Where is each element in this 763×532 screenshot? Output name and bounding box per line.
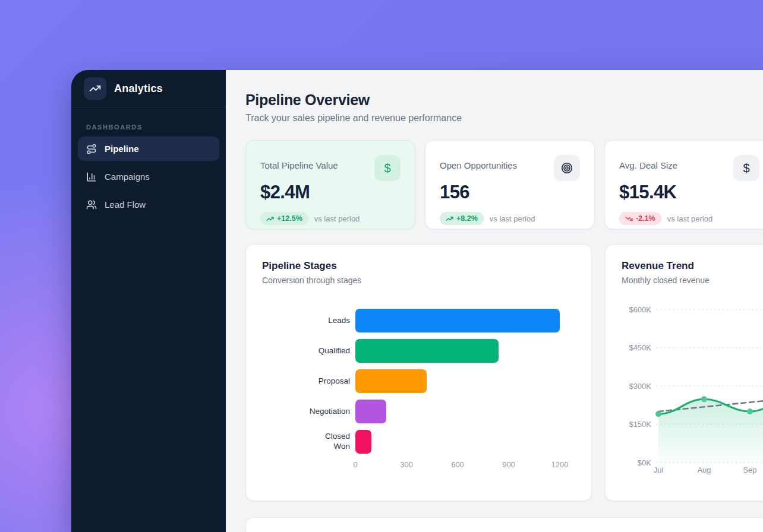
chart-title: Pipeline Stages <box>262 260 575 272</box>
bar-proposal[interactable] <box>355 369 427 393</box>
bar-row: Proposal <box>262 369 575 393</box>
bar-category-label: Leads <box>262 316 350 326</box>
x-axis: 03006009001200 <box>355 460 560 471</box>
kpi-label: Avg. Deal Size <box>619 155 677 170</box>
kpi-context: vs last period <box>667 214 713 223</box>
pipeline-stages-card: Pipeline Stages Conversion through stage… <box>245 244 592 501</box>
svg-text:Jul: Jul <box>654 466 664 474</box>
svg-text:Sep: Sep <box>743 466 756 474</box>
kpi-card-open-opportunities: Open Opportunities 156 +8.2% vs last per… <box>425 140 595 229</box>
kpi-label: Open Opportunities <box>440 155 517 170</box>
bar-row: Leads <box>262 309 575 332</box>
trending-down-icon <box>625 215 633 223</box>
kpi-label: Total Pipeline Value <box>260 155 338 170</box>
chart-subtitle: Conversion through stages <box>262 276 575 285</box>
change-badge: +12.5% <box>260 212 308 225</box>
kpi-row: Total Pipeline Value $ $2.4M +12.5% vs l… <box>245 140 763 229</box>
users-icon <box>86 200 97 210</box>
kpi-card-avg-deal-size: Avg. Deal Size $ $15.4K -2.1% vs last pe… <box>604 140 763 229</box>
svg-text:Aug: Aug <box>697 466 711 474</box>
sidebar-nav: Pipeline Campaigns Lead Flow <box>71 137 226 220</box>
trending-up-icon <box>89 83 101 94</box>
bar-category-label: Closed Won <box>262 432 350 452</box>
main-content: Pipeline Overview Track your sales pipel… <box>226 70 763 532</box>
chart-subtitle: Monthly closed revenue <box>622 276 763 285</box>
route-icon <box>86 144 97 154</box>
x-axis-tick: 1200 <box>551 460 569 469</box>
app-window: Analytics DASHBOARDS Pipeline Campaigns <box>71 70 763 532</box>
kpi-value: $15.4K <box>619 182 759 203</box>
revenue-trend-card: $0K$150K$300K$450K$600KJulAugSep Revenue… <box>605 244 763 501</box>
stages-bar-chart: LeadsQualifiedProposalNegotiationClosed … <box>262 309 575 471</box>
chart-title: Revenue Trend <box>622 260 763 272</box>
sidebar-item-label: Lead Flow <box>105 200 146 210</box>
sidebar-item-lead-flow[interactable]: Lead Flow <box>78 192 219 217</box>
sidebar-item-label: Campaigns <box>105 172 150 182</box>
data-point[interactable] <box>655 411 661 417</box>
bar-chart-icon <box>86 172 97 182</box>
trending-up-icon <box>446 215 453 223</box>
bar-row: Negotiation <box>262 400 575 423</box>
x-axis-tick: 300 <box>400 460 413 469</box>
bar-track <box>355 309 560 332</box>
kpi-value: $2.4M <box>260 182 401 203</box>
sidebar-item-campaigns[interactable]: Campaigns <box>78 164 219 189</box>
kpi-context: vs last period <box>490 214 535 223</box>
x-axis-tick: 0 <box>353 460 357 469</box>
bar-negotiation[interactable] <box>355 400 386 423</box>
page-title: Pipeline Overview <box>245 91 763 109</box>
dollar-icon: $ <box>733 155 759 181</box>
charts-row: Pipeline Stages Conversion through stage… <box>245 244 763 501</box>
svg-text:$600K: $600K <box>629 305 651 314</box>
bar-row: Closed Won <box>262 430 575 454</box>
bar-row: Qualified <box>262 339 575 363</box>
target-icon <box>554 155 580 181</box>
bar-category-label: Qualified <box>262 346 350 356</box>
svg-text:$450K: $450K <box>629 343 651 352</box>
bar-qualified[interactable] <box>355 339 499 363</box>
data-point[interactable] <box>701 396 707 402</box>
kpi-context: vs last period <box>314 214 360 223</box>
sidebar-item-pipeline[interactable]: Pipeline <box>78 137 219 161</box>
change-badge: +8.2% <box>440 212 484 225</box>
x-axis-tick: 600 <box>451 460 464 469</box>
bar-leads[interactable] <box>355 309 560 332</box>
sidebar: Analytics DASHBOARDS Pipeline Campaigns <box>71 70 226 532</box>
change-badge: -2.1% <box>619 212 661 225</box>
bar-track <box>355 369 560 393</box>
dollar-icon: $ <box>374 155 401 181</box>
bar-track <box>355 339 560 363</box>
kpi-value: 156 <box>440 182 580 203</box>
bar-track <box>355 430 560 454</box>
x-axis-tick: 900 <box>502 460 515 469</box>
analytics-logo <box>84 77 106 100</box>
bar-category-label: Negotiation <box>262 407 350 417</box>
kpi-card-total-pipeline-value: Total Pipeline Value $ $2.4M +12.5% vs l… <box>245 140 415 229</box>
bar-category-label: Proposal <box>262 376 350 387</box>
page-subtitle: Track your sales pipeline and revenue pe… <box>245 113 763 124</box>
svg-text:$300K: $300K <box>629 382 651 391</box>
data-point[interactable] <box>747 408 753 414</box>
svg-text:$0K: $0K <box>638 458 651 467</box>
sidebar-header: Analytics <box>71 70 226 107</box>
brand-title: Analytics <box>114 83 163 95</box>
bar-closed-won[interactable] <box>355 430 371 454</box>
bar-track <box>355 400 560 423</box>
sidebar-item-label: Pipeline <box>105 144 139 154</box>
trending-up-icon <box>266 215 274 223</box>
sidebar-section-label: DASHBOARDS <box>86 124 226 131</box>
svg-text:$150K: $150K <box>629 420 651 429</box>
bottom-card-clipped <box>245 517 763 532</box>
